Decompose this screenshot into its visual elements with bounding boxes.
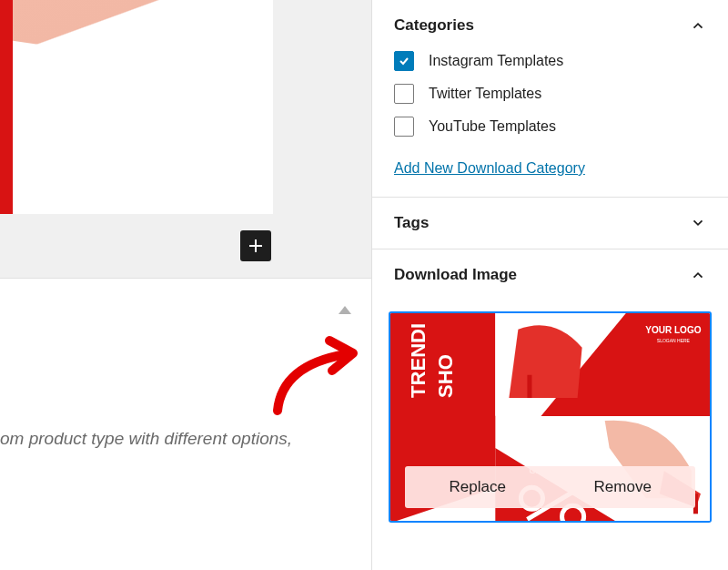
- category-option[interactable]: Instagram Templates: [394, 51, 706, 71]
- categories-panel-header[interactable]: Categories: [372, 0, 728, 51]
- svg-text:TRENDI: TRENDI: [407, 323, 430, 398]
- categories-panel: Categories Instagram Templates Twitter T…: [372, 0, 728, 198]
- download-image-title: Download Image: [394, 266, 517, 284]
- add-category-link[interactable]: Add New Download Category: [394, 160, 585, 177]
- category-option[interactable]: Twitter Templates: [394, 84, 706, 104]
- tags-title: Tags: [394, 214, 429, 232]
- featured-image-preview[interactable]: TRENDI SHO YOUR LOGO SLOGAN HERE GET UPT…: [389, 311, 712, 523]
- image-action-bar: Replace Remove: [405, 466, 695, 508]
- chevron-up-icon: [690, 17, 706, 34]
- settings-sidebar: Categories Instagram Templates Twitter T…: [371, 0, 728, 570]
- svg-text:YOUR LOGO: YOUR LOGO: [645, 325, 701, 335]
- category-label: YouTube Templates: [429, 118, 556, 135]
- arm-photo-decoration: [13, 0, 213, 58]
- download-image-panel: Download Image: [372, 249, 728, 539]
- replace-image-button[interactable]: Replace: [405, 466, 551, 508]
- category-label: Instagram Templates: [429, 53, 563, 69]
- collapse-toggle-icon[interactable]: [339, 306, 351, 314]
- add-block-button[interactable]: [240, 230, 271, 261]
- product-type-description: om product type with different options,: [0, 429, 292, 449]
- checkbox-unchecked[interactable]: [394, 84, 414, 104]
- svg-text:SHO: SHO: [434, 354, 457, 398]
- red-stripe-decoration: [0, 0, 13, 214]
- tags-panel-header[interactable]: Tags: [372, 198, 728, 249]
- hero-image-block[interactable]: [0, 0, 273, 214]
- chevron-down-icon: [690, 215, 706, 231]
- editor-canvas[interactable]: [0, 0, 371, 278]
- check-icon: [398, 55, 410, 67]
- checkbox-unchecked[interactable]: [394, 117, 414, 137]
- plus-icon: [247, 237, 265, 255]
- checkbox-checked[interactable]: [394, 51, 414, 71]
- categories-title: Categories: [394, 16, 474, 35]
- download-image-panel-header[interactable]: Download Image: [372, 249, 728, 300]
- tags-panel: Tags: [372, 198, 728, 249]
- svg-text:SLOGAN HERE: SLOGAN HERE: [657, 338, 691, 343]
- lower-editor-area: om product type with different options,: [0, 278, 371, 570]
- category-label: Twitter Templates: [429, 86, 541, 102]
- annotation-arrow-icon: [264, 329, 364, 420]
- remove-image-button[interactable]: Remove: [551, 466, 696, 508]
- category-option[interactable]: YouTube Templates: [394, 117, 706, 137]
- chevron-up-icon: [690, 267, 706, 283]
